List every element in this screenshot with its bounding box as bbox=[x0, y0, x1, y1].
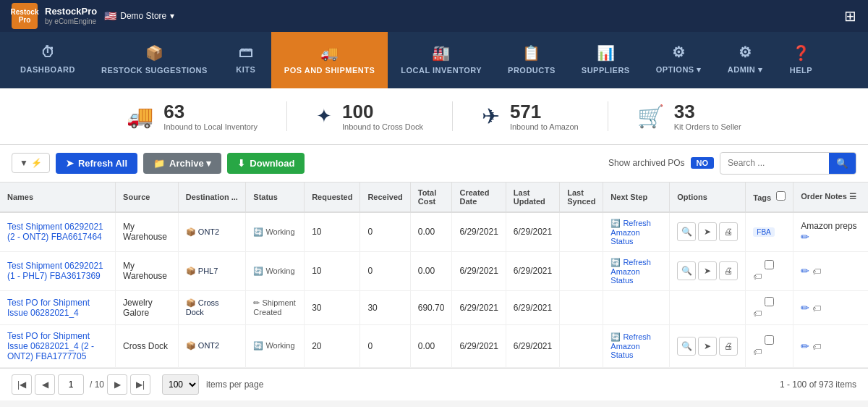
cell-options: 🔍 ➤ 🖨 bbox=[670, 212, 746, 252]
first-page-button[interactable]: |◀ bbox=[12, 374, 32, 395]
cell-options: 🔍 ➤ 🖨 bbox=[670, 324, 746, 367]
tag-icon[interactable]: 🏷 bbox=[753, 309, 786, 319]
search-btn[interactable]: 🔍 bbox=[677, 222, 696, 241]
cell-options bbox=[670, 290, 746, 324]
nav-local-inventory[interactable]: 🏭 LOCAL INVENTORY bbox=[388, 32, 495, 88]
nav-options[interactable]: ⚙ OPTIONS ▾ bbox=[643, 32, 715, 88]
cell-next-step: 🔄 Refresh Amazon Status bbox=[603, 324, 670, 367]
print-btn[interactable]: 🖨 bbox=[719, 222, 738, 241]
ship-btn[interactable]: ➤ bbox=[698, 222, 717, 241]
cell-options: 🔍 ➤ 🖨 bbox=[670, 251, 746, 290]
refresh-amazon-link[interactable]: 🔄 Refresh Amazon Status bbox=[610, 219, 662, 246]
nav-suppliers-label: SUPPLIERS bbox=[582, 66, 630, 75]
filter-icon: ▼ bbox=[20, 158, 28, 168]
stat-crossdock-label: Inbound to Cross Dock bbox=[342, 122, 423, 131]
toolbar: ▼ ⚡ ➤ Refresh All 📁 Archive ▾ ⬇ Download… bbox=[0, 145, 868, 182]
nav-restock[interactable]: 📦 RESTOCK SUGGESTIONS bbox=[88, 32, 221, 88]
per-page-select[interactable]: 100 50 25 bbox=[162, 374, 199, 395]
stat-cross-dock[interactable]: ✦ 100 Inbound to Cross Dock bbox=[287, 101, 453, 131]
refresh-amazon-link[interactable]: 🔄 Refresh Amazon Status bbox=[610, 332, 662, 359]
ship-btn[interactable]: ➤ bbox=[698, 337, 717, 356]
options-cell: 🔍 ➤ 🖨 bbox=[677, 337, 738, 356]
nav-dashboard[interactable]: ⏱ DASHBOARD bbox=[7, 32, 88, 88]
search-button[interactable]: 🔍 bbox=[829, 153, 856, 174]
refresh-all-button[interactable]: ➤ Refresh All bbox=[56, 153, 137, 174]
nav-kits[interactable]: 🗃 KITS bbox=[221, 32, 271, 88]
suppliers-icon: 📊 bbox=[597, 44, 616, 62]
cell-tags: FBA bbox=[746, 212, 793, 252]
prev-page-button[interactable]: ◀ bbox=[35, 374, 55, 395]
row-checkbox[interactable] bbox=[753, 260, 786, 269]
stat-local-inventory[interactable]: 🚚 63 Inbound to Local Inventory bbox=[98, 101, 287, 131]
stat-amazon[interactable]: ✈ 571 Inbound to Amazon bbox=[453, 101, 608, 131]
nav-suppliers[interactable]: 📊 SUPPLIERS bbox=[569, 32, 643, 88]
tag-icon[interactable]: 🏷 bbox=[753, 272, 786, 282]
stat-kit-orders[interactable]: 🛒 33 Kit Orders to Seller bbox=[608, 101, 770, 131]
download-button[interactable]: ⬇ Download bbox=[227, 153, 305, 174]
nav-dashboard-label: DASHBOARD bbox=[20, 65, 75, 74]
col-requested: Requested bbox=[305, 182, 360, 212]
nav-admin[interactable]: ⚙ ADMIN ▾ bbox=[715, 32, 776, 88]
edit-notes-icon[interactable]: ✏ bbox=[801, 302, 809, 314]
tags-checkbox[interactable] bbox=[776, 191, 786, 201]
search-btn[interactable]: 🔍 bbox=[677, 261, 696, 280]
tags-icon[interactable]: 🏷 bbox=[812, 303, 821, 314]
archive-label: Archive ▾ bbox=[169, 158, 211, 169]
stats-row: 🚚 63 Inbound to Local Inventory ✦ 100 In… bbox=[0, 88, 868, 145]
nav-products[interactable]: 📋 PRODUCTS bbox=[495, 32, 569, 88]
edit-notes-icon[interactable]: ✏ bbox=[801, 265, 809, 277]
refresh-amazon-link[interactable]: 🔄 Refresh Amazon Status bbox=[610, 258, 662, 285]
admin-icon: ⚙ bbox=[739, 43, 752, 61]
top-navbar: RestockPro RestockPro by eComEngine 🇺🇸 D… bbox=[0, 0, 868, 32]
print-btn[interactable]: 🖨 bbox=[719, 261, 738, 280]
page-total: / 10 bbox=[90, 379, 104, 390]
po-name-link[interactable]: Test Shipment 06292021 (1 - PHL7) FBA361… bbox=[7, 261, 103, 281]
archive-button[interactable]: 📁 Archive ▾ bbox=[143, 153, 221, 174]
dest-icon: 📦 ONT2 bbox=[186, 341, 239, 351]
po-name-link[interactable]: Test Shipment 06292021 (2 - ONT2) FBA661… bbox=[7, 222, 103, 242]
stat-local-number: 63 bbox=[163, 101, 258, 122]
nav-pos[interactable]: 🚚 POS AND SHIPMENTS bbox=[271, 32, 388, 88]
per-page-label: items per page bbox=[206, 379, 263, 390]
tags-icon[interactable]: 🏷 bbox=[812, 342, 821, 352]
tag-icon[interactable]: 🏷 bbox=[753, 347, 786, 357]
next-page-button[interactable]: ▶ bbox=[107, 374, 127, 395]
nav-options-label: OPTIONS ▾ bbox=[656, 65, 702, 75]
cell-status: ✏ Shipment Created bbox=[246, 290, 305, 324]
page-input[interactable] bbox=[58, 374, 84, 395]
row-checkbox[interactable] bbox=[753, 297, 786, 306]
print-btn[interactable]: 🖨 bbox=[719, 337, 738, 356]
po-name-link[interactable]: Test PO for Shipment Issue 06282021_4 bbox=[7, 298, 90, 318]
store-selector[interactable]: 🇺🇸 Demo Store ▾ bbox=[104, 10, 174, 22]
po-name-link[interactable]: Test PO for Shipment Issue 06282021_4 (2… bbox=[7, 331, 94, 361]
search-box: 🔍 bbox=[720, 152, 856, 175]
edit-notes-icon[interactable]: ✏ bbox=[801, 231, 809, 243]
nav-local-label: LOCAL INVENTORY bbox=[401, 66, 482, 75]
table-row: Test Shipment 06292021 (2 - ONT2) FBA661… bbox=[0, 212, 868, 252]
nav-kits-label: KITS bbox=[236, 65, 255, 74]
edit-notes-icon[interactable]: ✏ bbox=[801, 340, 809, 352]
cell-order-notes: ✏ 🏷 bbox=[793, 251, 868, 290]
table-container: Names Source Destination ... Status Requ… bbox=[0, 182, 868, 368]
stat-amazon-number: 571 bbox=[510, 101, 579, 122]
cell-destination: 📦 ONT2 bbox=[178, 212, 246, 252]
cell-order-notes: Amazon preps ✏ bbox=[793, 212, 868, 252]
grid-icon[interactable]: ⊞ bbox=[844, 7, 856, 25]
status-badge: ✏ Shipment Created bbox=[253, 298, 297, 316]
last-page-button[interactable]: ▶| bbox=[130, 374, 150, 395]
cell-destination: 📦 ONT2 bbox=[178, 324, 246, 367]
col-tags: Tags bbox=[746, 182, 793, 212]
col-settings-icon[interactable]: ☰ bbox=[849, 192, 856, 201]
nav-products-label: PRODUCTS bbox=[508, 66, 556, 75]
local-inventory-icon: 🏭 bbox=[432, 44, 451, 62]
search-btn[interactable]: 🔍 bbox=[677, 337, 696, 356]
row-checkbox[interactable] bbox=[753, 335, 786, 345]
nav-help[interactable]: ❓ HELP bbox=[775, 32, 826, 88]
cell-received: 0 bbox=[360, 324, 410, 367]
toggle-no-button[interactable]: NO bbox=[691, 157, 715, 169]
tags-icon[interactable]: 🏷 bbox=[812, 267, 821, 277]
filter-button[interactable]: ▼ ⚡ bbox=[12, 153, 50, 173]
cell-requested: 10 bbox=[305, 212, 360, 252]
search-input[interactable] bbox=[720, 154, 829, 172]
ship-btn[interactable]: ➤ bbox=[698, 261, 717, 280]
